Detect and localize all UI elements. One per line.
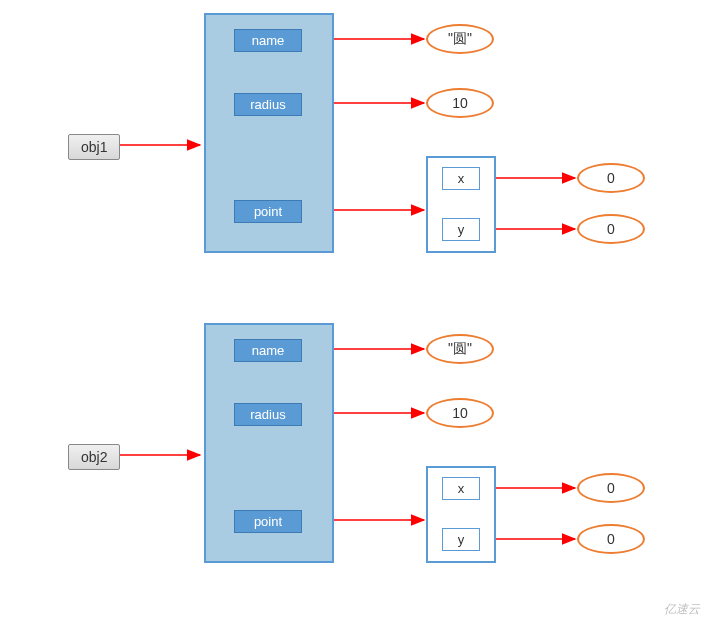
obj2-value-y: 0 [577,524,645,554]
obj1-value-x: 0 [577,163,645,193]
watermark-text: 亿速云 [664,601,700,618]
obj2-field-name: name [234,339,302,362]
obj1-field-name: name [234,29,302,52]
obj2-value-radius: 10 [426,398,494,428]
obj1-value-radius: 10 [426,88,494,118]
obj2-value-x: 0 [577,473,645,503]
obj1-point-x: x [442,167,480,190]
obj2-box: obj2 [68,444,120,470]
obj2-value-name: "圆" [426,334,494,364]
obj1-point-y: y [442,218,480,241]
obj1-box: obj1 [68,134,120,160]
obj2-point-y: y [442,528,480,551]
obj2-field-point: point [234,510,302,533]
obj1-value-y: 0 [577,214,645,244]
obj2-point-x: x [442,477,480,500]
obj1-value-name: "圆" [426,24,494,54]
obj1-field-point: point [234,200,302,223]
obj1-field-radius: radius [234,93,302,116]
obj2-field-radius: radius [234,403,302,426]
